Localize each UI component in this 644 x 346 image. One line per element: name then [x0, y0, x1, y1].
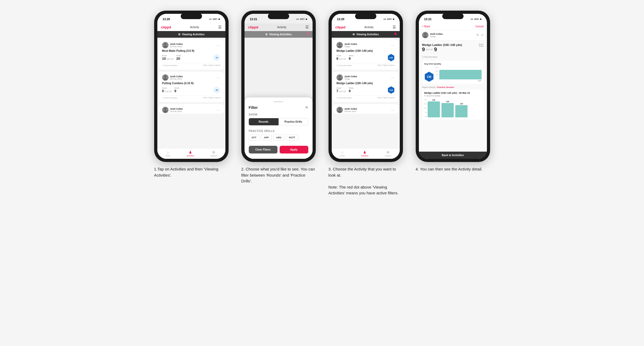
- practice-drills-toggle[interactable]: Practice Drills: [279, 118, 308, 125]
- outof-3-2: OUT OF: [339, 91, 346, 92]
- nav-capture-3[interactable]: ⊕ Capture: [385, 150, 392, 157]
- stat-score-3-1: Score 9 OUT OF: [336, 55, 346, 61]
- caption-1: 1.Tap on Activities and then 'Viewing Ac…: [154, 166, 229, 178]
- red-dot-2: [307, 33, 309, 35]
- activity-card-1-2[interactable]: Josh Coles 28 Feb 2023 ··· Putting Combi…: [159, 72, 224, 102]
- viewing-banner-text-1: Viewing Activities: [182, 33, 204, 36]
- clear-filters-button[interactable]: Clear Filters: [249, 146, 277, 153]
- footer-right-1-1: Data: Clippd Capture: [203, 64, 220, 67]
- filter-drag-handle[interactable]: [274, 101, 283, 102]
- footer-right-3-1: Data: Clippd Capture: [377, 64, 395, 67]
- user-details-1-2: Josh Coles 28 Feb 2023: [170, 75, 183, 80]
- more-dots-1-3[interactable]: ···: [217, 108, 221, 112]
- filter-drills-label: Practice Drills: [249, 130, 308, 133]
- stat-score-1-1: Score 10 OUT OF: [162, 55, 174, 61]
- score-label-3-2: Score: [336, 87, 346, 89]
- bar-item-1: 132: [428, 99, 440, 117]
- back-to-activities-button[interactable]: Back to Activities: [419, 152, 487, 159]
- wifi-icon: WiFi: [213, 18, 217, 20]
- apply-button[interactable]: Apply: [280, 146, 308, 153]
- y-axis: 130 100 50 0: [435, 67, 438, 79]
- shot-quality-badge-3-1: 130: [388, 54, 395, 61]
- detail-user-info: Josh Coles Today: [422, 32, 443, 38]
- drill-btns-row: OTT APP ARG PUTT: [249, 135, 308, 140]
- outof-1-2: OUT OF: [165, 91, 172, 92]
- user-info-1-3: Josh Coles 28 Feb 2023: [162, 107, 183, 113]
- stats-row-1-2: Score 0 OUT OF Shots 9: [162, 86, 221, 94]
- phone-column-3: 13:20 ▪▪▪ WiFi ■ clippd Activity ☰ ⚙ V: [326, 11, 406, 196]
- drill-app[interactable]: APP: [261, 135, 272, 140]
- score-outof-3-1: 9 OUT OF: [336, 57, 346, 61]
- stats-row-1-1: Score 10 OUT OF Shots 20: [162, 54, 221, 61]
- avatar-1-1: [162, 42, 169, 48]
- more-dots-1-1[interactable]: ···: [217, 43, 221, 47]
- card-header-3-1: Josh Coles Today ···: [336, 42, 395, 48]
- practice-session-link[interactable]: Practice Session: [437, 86, 454, 88]
- score-label-1-2: Score: [162, 87, 172, 89]
- viewing-banner-3[interactable]: ⚙ Viewing Activities: [332, 31, 400, 38]
- filter-close-icon[interactable]: ✕: [305, 105, 308, 110]
- phone-notch-2: [268, 13, 289, 19]
- user-info-1-1: Josh Coles 28 Feb 2023: [162, 42, 183, 48]
- drill-putt[interactable]: PUTT: [286, 135, 298, 140]
- user-name-1-2: Josh Coles: [170, 75, 183, 78]
- cancel-button[interactable]: Cancel: [475, 25, 483, 28]
- score-val-1-1: 10: [162, 57, 166, 61]
- activity-card-3-1[interactable]: Josh Coles Today ··· Wedge Ladder (100–1…: [333, 39, 398, 70]
- drill-ott[interactable]: OTT: [249, 135, 259, 140]
- wifi-icon-4: WiFi: [474, 18, 479, 20]
- phone-screen-4: 13:21 ▪▪▪ WiFi ■ < Back Cancel: [419, 14, 487, 159]
- viewing-banner-2[interactable]: ⚙ Viewing Activities: [245, 31, 313, 38]
- nav-home-3[interactable]: ⌂ Home: [340, 150, 345, 157]
- app-title-2: Activity: [277, 25, 287, 29]
- more-dots-3-1[interactable]: ···: [391, 43, 395, 47]
- nav-activities-3[interactable]: ♟ Activities: [361, 150, 369, 157]
- chart-x-label: APP: [435, 80, 482, 82]
- hamburger-icon-3[interactable]: ☰: [393, 25, 396, 29]
- expand-icon[interactable]: ⤢: [481, 33, 484, 37]
- score-outof-1-1: 10 OUT OF: [162, 57, 174, 61]
- edit-icon[interactable]: ✎: [476, 33, 479, 37]
- rounds-toggle[interactable]: Rounds: [249, 118, 279, 125]
- activity-card-1-1[interactable]: Josh Coles 28 Feb 2023 ··· Must Make Put…: [159, 39, 224, 70]
- app-logo-1: clippd: [161, 25, 171, 29]
- bar-item-4: [469, 99, 481, 117]
- hamburger-icon-2[interactable]: ☰: [305, 25, 309, 29]
- drill-arg[interactable]: ARG: [273, 135, 284, 140]
- svg-point-3: [163, 78, 167, 80]
- shot-quality-val-3-1: 130: [389, 57, 393, 59]
- detail-shots-label: Shots: [479, 45, 483, 47]
- nav-activities-1[interactable]: ♟ Activities: [187, 150, 194, 157]
- shot-quality-val-1-2: 45: [216, 89, 218, 91]
- phone-1: 13:20 ▪▪▪ WiFi ■ clippd Activity ☰ ⚙ V: [154, 11, 229, 162]
- shot-quality-badge-1-2: 45: [213, 86, 221, 94]
- svg-point-1: [163, 46, 167, 48]
- more-dots-3-2[interactable]: ···: [391, 75, 395, 80]
- score-outof-1-2: 0 OUT OF: [162, 89, 172, 93]
- activity-card-3-2[interactable]: Josh Coles Today ··· Wedge Ladder (100–1…: [333, 72, 398, 102]
- user-name-3-3: Josh Coles: [344, 108, 357, 110]
- detail-bar-section: Wedge Ladder (100–140 yds) - 06 Mar 23 •…: [422, 89, 484, 119]
- nav-capture-1[interactable]: ⊕ Capture: [211, 150, 217, 157]
- shots-label-1-1: Shots: [176, 55, 181, 57]
- shot-quality-val-1-1: 75: [216, 57, 218, 59]
- avg-sq-hex: 130: [424, 72, 434, 82]
- nav-home-1[interactable]: ⌂ Home: [165, 150, 170, 157]
- detail-user-name: Josh Coles: [430, 33, 443, 35]
- viewing-banner-1[interactable]: ⚙ Viewing Activities: [157, 31, 225, 38]
- user-details-3-3: Josh Coles 28 Feb 2023: [344, 108, 357, 113]
- activity-card-3-3: Josh Coles 28 Feb 2023 ···: [333, 104, 398, 114]
- bar-chart-area: 130 100 50 0: [435, 67, 482, 82]
- hamburger-icon-1[interactable]: ☰: [218, 25, 222, 29]
- status-icons-1: ▪▪▪ WiFi ■: [209, 18, 220, 20]
- activity-card-1-3: Josh Coles 28 Feb 2023 ···: [159, 104, 224, 114]
- back-button[interactable]: < Back: [422, 25, 430, 28]
- more-dots-1-2[interactable]: ···: [217, 75, 221, 80]
- capture-icon-1: ⊕: [212, 150, 215, 154]
- stats-row-3-1: Score 9 OUT OF Shots 9: [336, 54, 395, 61]
- detail-score-label: Score: [479, 43, 483, 45]
- shots-label-3-2: Shots: [349, 87, 353, 89]
- card-footer-1-2: ⓘ Test Information Data: Clippd Capture: [162, 95, 221, 99]
- more-dots-3-3[interactable]: ···: [391, 108, 395, 112]
- avatar-1-3: [162, 107, 169, 113]
